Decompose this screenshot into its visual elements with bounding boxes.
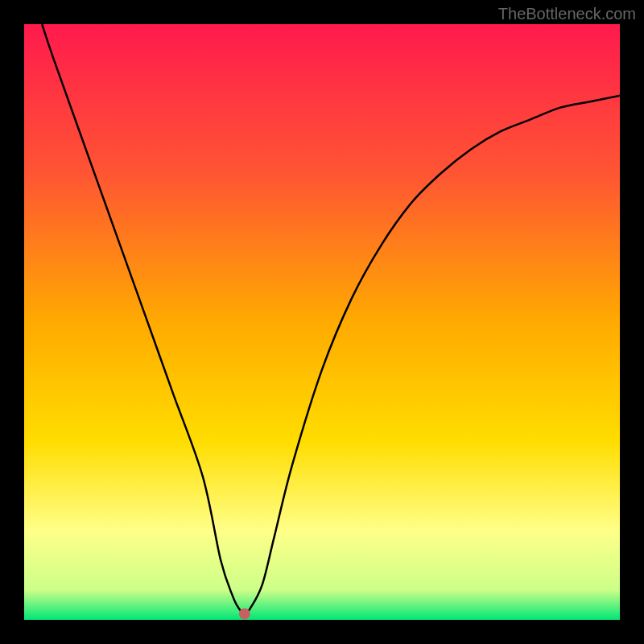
watermark-text: TheBottleneck.com bbox=[498, 5, 636, 23]
curve-overlay bbox=[24, 24, 620, 620]
sweet-spot-marker bbox=[239, 609, 250, 620]
chart-container bbox=[24, 24, 620, 620]
bottleneck-curve bbox=[42, 24, 620, 614]
